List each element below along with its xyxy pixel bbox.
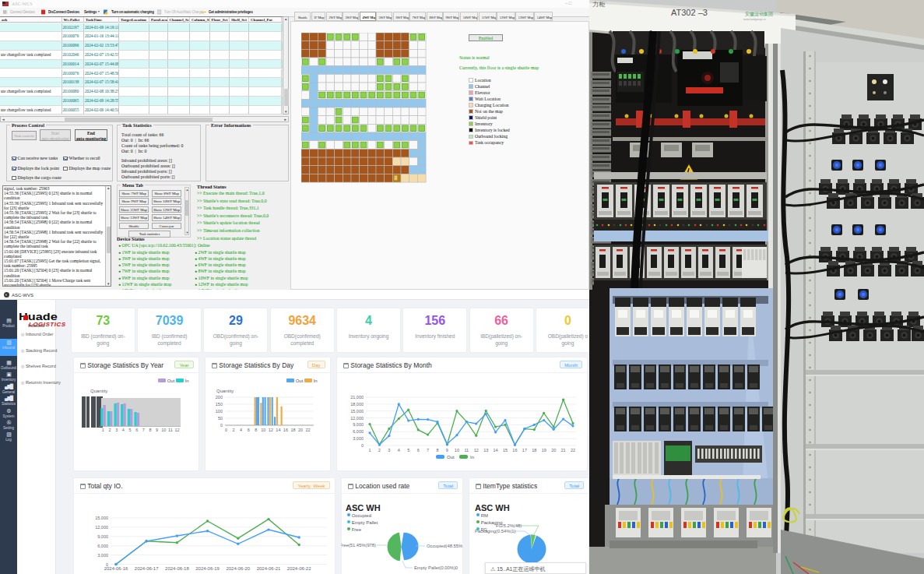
svg-text:2024-06-22: 2024-06-22 [287, 566, 311, 571]
svg-text:www.landgroup.cn: www.landgroup.cn [743, 18, 766, 21]
svg-text:4: 4 [398, 448, 400, 453]
svg-text:0: 0 [220, 423, 223, 428]
svg-text:12,000: 12,000 [350, 416, 364, 421]
svg-text:5: 5 [407, 448, 409, 453]
svg-text:2: 2 [232, 428, 234, 432]
svg-text:9: 9 [446, 448, 448, 453]
svg-text:2024-06-16: 2024-06-16 [104, 566, 128, 571]
svg-text:11: 11 [464, 448, 469, 453]
svg-text:19: 19 [542, 448, 546, 453]
svg-text:18: 18 [532, 448, 536, 453]
svg-text:16: 16 [512, 448, 517, 453]
svg-text:2024-06-19: 2024-06-19 [195, 566, 220, 571]
svg-text:10: 10 [261, 428, 265, 432]
svg-text:9: 9 [156, 428, 158, 432]
svg-text:9,000: 9,000 [97, 534, 108, 539]
svg-text:Occupied(48.55%: Occupied(48.55% [427, 544, 462, 548]
svg-text:15,000: 15,000 [95, 516, 108, 520]
svg-text:6: 6 [135, 428, 138, 432]
svg-text:FG/5.2%(48): FG/5.2%(48) [496, 523, 522, 528]
svg-text:10: 10 [161, 428, 166, 432]
svg-text:7: 7 [142, 428, 145, 432]
svg-text:2024-06-17: 2024-06-17 [135, 566, 159, 571]
svg-text:2: 2 [378, 448, 381, 453]
svg-text:20: 20 [551, 448, 556, 453]
svg-text:21: 21 [561, 448, 566, 453]
svg-text:9,000: 9,000 [353, 422, 364, 427]
svg-text:150: 150 [216, 402, 223, 407]
svg-text:安徽运动集团: 安徽运动集团 [745, 11, 773, 17]
svg-text:3: 3 [115, 428, 118, 432]
svg-text:4: 4 [240, 428, 242, 432]
svg-text:1: 1 [102, 428, 104, 432]
svg-text:16: 16 [283, 428, 288, 432]
svg-text:In: In [470, 455, 474, 460]
svg-text:6,000: 6,000 [353, 429, 364, 434]
svg-text:Out: Out [447, 455, 455, 460]
svg-text:5: 5 [128, 428, 131, 432]
svg-text:2024-06-18: 2024-06-18 [165, 566, 189, 571]
svg-text:8: 8 [255, 428, 257, 432]
svg-text:10: 10 [455, 448, 459, 453]
svg-text:2024-06-21: 2024-06-21 [257, 566, 281, 571]
svg-text:14: 14 [276, 428, 280, 432]
svg-text:6: 6 [248, 428, 250, 432]
svg-text:12,000: 12,000 [95, 525, 108, 530]
svg-text:3: 3 [388, 448, 390, 453]
svg-text:力柜: 力柜 [592, 1, 606, 8]
svg-text:6: 6 [417, 448, 420, 453]
svg-text:3,000: 3,000 [97, 553, 108, 558]
svg-text:15,000: 15,000 [350, 409, 364, 414]
svg-text:13: 13 [483, 448, 488, 453]
svg-text:2: 2 [108, 428, 111, 432]
svg-text:8: 8 [149, 428, 151, 432]
svg-text:12: 12 [474, 448, 479, 453]
svg-text:12: 12 [269, 428, 273, 432]
svg-text:18,000: 18,000 [350, 402, 364, 407]
svg-text:20: 20 [298, 428, 303, 432]
svg-text:7: 7 [427, 448, 429, 453]
svg-text:4: 4 [122, 428, 125, 432]
svg-text:18: 18 [290, 428, 295, 432]
svg-text:AT302 –3: AT302 –3 [671, 8, 708, 17]
svg-text:11: 11 [168, 428, 173, 432]
svg-text:0: 0 [225, 428, 227, 432]
svg-text:1: 1 [368, 448, 371, 453]
svg-text:6,000: 6,000 [97, 544, 108, 548]
svg-text:12: 12 [175, 428, 180, 432]
svg-text:Free(51.45%(978): Free(51.45%(978) [341, 543, 376, 548]
svg-text:50: 50 [218, 416, 223, 421]
svg-text:Empty Pallet(0.00%)0: Empty Pallet(0.00%)0 [414, 565, 458, 570]
svg-text:100: 100 [216, 409, 223, 414]
svg-text:2024-06-20: 2024-06-20 [226, 566, 250, 571]
svg-text:3,000: 3,000 [353, 436, 364, 441]
svg-text:15: 15 [503, 448, 508, 453]
svg-text:22: 22 [306, 428, 311, 432]
svg-text:17: 17 [522, 448, 527, 453]
svg-text:8: 8 [436, 448, 438, 453]
svg-text:0: 0 [361, 443, 364, 448]
svg-text:21,000: 21,000 [350, 395, 364, 400]
svg-text:14: 14 [494, 448, 498, 453]
svg-text:200: 200 [216, 395, 223, 400]
svg-text:22: 22 [571, 448, 575, 453]
svg-text:Packaging(0.54%(1): Packaging(0.54%(1) [475, 529, 516, 534]
